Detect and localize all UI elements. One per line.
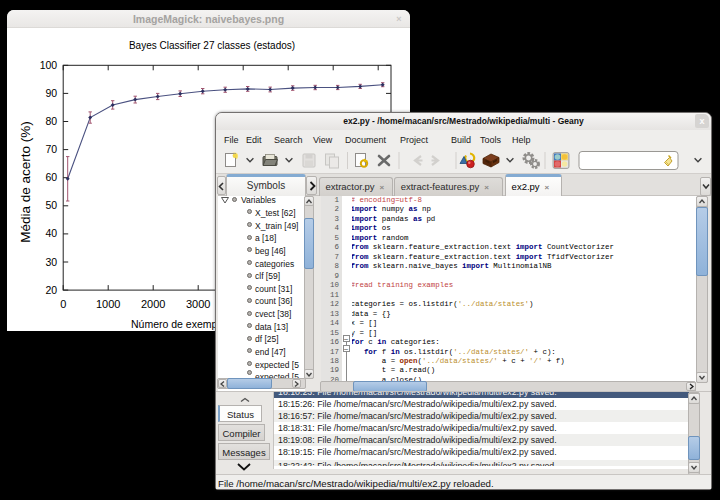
svg-text:2000: 2000 [141,298,165,310]
svg-text:60: 60 [46,171,58,183]
svg-text:70: 70 [46,143,58,155]
svg-text:100: 100 [40,59,58,71]
svg-text:50: 50 [46,199,58,211]
svg-text:Bayes Classifier 27 classes (e: Bayes Classifier 27 classes (estados) [129,40,295,51]
svg-text:20: 20 [46,284,58,296]
svg-text:90: 90 [46,87,58,99]
svg-text:80: 80 [46,115,58,127]
svg-text:Média de acerto (%): Média de acerto (%) [18,121,33,243]
svg-text:30: 30 [46,256,58,268]
svg-text:0: 0 [60,298,66,310]
svg-text:1000: 1000 [96,298,120,310]
svg-text:40: 40 [46,227,58,239]
svg-text:3000: 3000 [186,298,210,310]
